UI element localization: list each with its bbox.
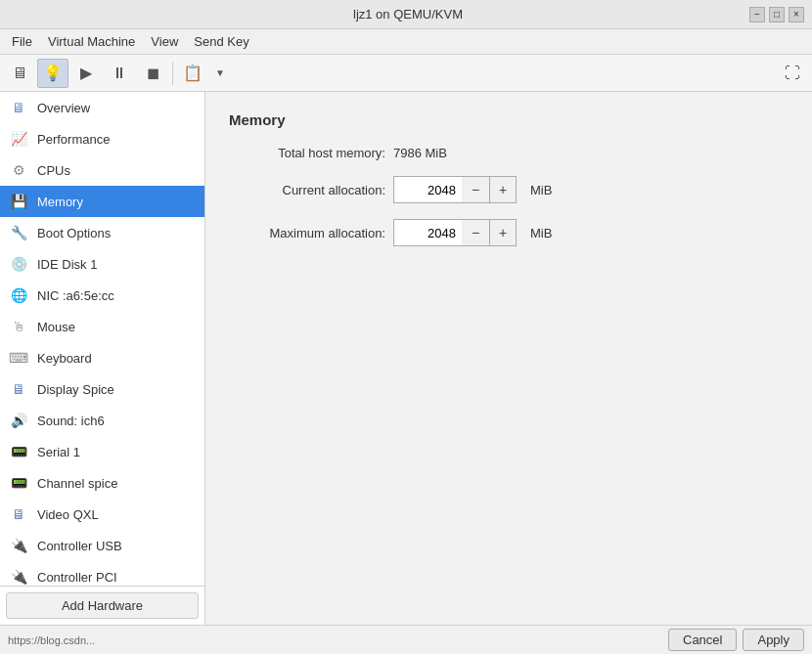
maximum-allocation-input-group: − + xyxy=(393,219,517,246)
total-host-memory-value: 7986 MiB xyxy=(393,146,447,160)
sidebar-item-nic[interactable]: 🌐 NIC :a6:5e:cc xyxy=(0,280,204,311)
sidebar-item-display-spice[interactable]: 🖥 Display Spice xyxy=(0,373,204,405)
sidebar-label-performance: Performance xyxy=(37,132,110,147)
sidebar-label-display-spice: Display Spice xyxy=(37,382,114,397)
maximum-allocation-plus-button[interactable]: + xyxy=(489,219,517,246)
sidebar: 🖥 Overview 📈 Performance ⚙ CPUs 💾 Memory… xyxy=(0,92,205,625)
sidebar-list: 🖥 Overview 📈 Performance ⚙ CPUs 💾 Memory… xyxy=(0,92,204,586)
sidebar-item-video-qxl[interactable]: 🖥 Video QXL xyxy=(0,499,204,530)
console-button[interactable]: 🖥 xyxy=(4,59,35,88)
run-button[interactable]: ▶ xyxy=(70,59,102,88)
nic-icon: 🌐 xyxy=(8,284,29,306)
sidebar-item-serial-1[interactable]: 📟 Serial 1 xyxy=(0,436,204,467)
menu-send-key[interactable]: Send Key xyxy=(186,32,256,51)
mouse-icon: 🖱 xyxy=(8,316,29,337)
sidebar-label-memory: Memory xyxy=(37,195,83,209)
controller-usb-icon: 🔌 xyxy=(8,535,29,556)
sidebar-label-cpus: CPUs xyxy=(37,163,70,178)
toolbar: 🖥 💡 ▶ ⏸ ◼ 📋 ▼ ⛶ xyxy=(0,55,812,92)
menu-view[interactable]: View xyxy=(143,32,186,51)
channel-icon: 📟 xyxy=(8,472,29,494)
statusbar-url: https://blog.csdn... xyxy=(8,634,95,646)
sidebar-item-mouse[interactable]: 🖱 Mouse xyxy=(0,311,204,342)
sidebar-item-controller-pci[interactable]: 🔌 Controller PCI xyxy=(0,561,204,586)
maximum-allocation-label: Maximum allocation: xyxy=(229,226,385,240)
serial-icon: 📟 xyxy=(8,441,29,462)
current-allocation-row: Current allocation: − + MiB xyxy=(229,176,789,203)
details-button[interactable]: 💡 xyxy=(37,59,68,88)
sidebar-item-controller-usb[interactable]: 🔌 Controller USB xyxy=(0,530,204,561)
content-area: Memory Total host memory: 7986 MiB Curre… xyxy=(205,92,812,625)
maximum-allocation-input[interactable] xyxy=(393,219,462,246)
fullscreen-button[interactable]: ⛶ xyxy=(777,59,808,88)
current-allocation-label: Current allocation: xyxy=(229,183,385,197)
sidebar-label-controller-usb: Controller USB xyxy=(37,539,122,553)
sidebar-item-channel-spice[interactable]: 📟 Channel spice xyxy=(0,467,204,499)
current-allocation-unit: MiB xyxy=(530,183,552,197)
apply-button[interactable]: Apply xyxy=(743,629,804,651)
current-allocation-input-group: − + xyxy=(393,176,517,203)
current-allocation-minus-button[interactable]: − xyxy=(462,176,489,203)
content-title: Memory xyxy=(229,111,789,128)
current-allocation-plus-button[interactable]: + xyxy=(489,176,517,203)
sidebar-item-ide-disk-1[interactable]: 💿 IDE Disk 1 xyxy=(0,248,204,280)
controller-pci-icon: 🔌 xyxy=(8,566,29,586)
sidebar-label-video-qxl: Video QXL xyxy=(37,507,99,522)
ide-disk-icon: 💿 xyxy=(8,253,29,275)
snapshot-button[interactable]: 📋 xyxy=(177,59,208,88)
sidebar-item-cpus[interactable]: ⚙ CPUs xyxy=(0,154,204,186)
sidebar-footer: Add Hardware xyxy=(0,586,204,625)
statusbar: https://blog.csdn... Cancel Apply xyxy=(0,625,812,654)
maximum-allocation-unit: MiB xyxy=(530,226,552,240)
main-content: 🖥 Overview 📈 Performance ⚙ CPUs 💾 Memory… xyxy=(0,92,812,625)
total-host-memory-row: Total host memory: 7986 MiB xyxy=(229,146,789,160)
sound-icon: 🔊 xyxy=(8,410,29,431)
display-icon: 🖥 xyxy=(8,378,29,400)
toolbar-separator xyxy=(172,62,173,85)
window-title: ljz1 on QEMU/KVM xyxy=(67,7,749,22)
sidebar-label-controller-pci: Controller PCI xyxy=(37,570,117,585)
add-hardware-button[interactable]: Add Hardware xyxy=(6,592,199,619)
sidebar-label-ide-disk-1: IDE Disk 1 xyxy=(37,257,97,272)
pause-button[interactable]: ⏸ xyxy=(104,59,135,88)
stop-button[interactable]: ◼ xyxy=(137,59,168,88)
cancel-button[interactable]: Cancel xyxy=(668,629,737,651)
performance-icon: 📈 xyxy=(8,128,29,150)
close-button[interactable]: × xyxy=(789,7,804,22)
menubar: File Virtual Machine View Send Key xyxy=(0,29,812,55)
total-host-memory-label: Total host memory: xyxy=(229,146,385,160)
cpus-icon: ⚙ xyxy=(8,159,29,181)
sidebar-label-mouse: Mouse xyxy=(37,320,75,334)
snapshot-dropdown[interactable]: ▼ xyxy=(210,59,230,88)
window-controls: − □ × xyxy=(749,7,804,22)
video-icon: 🖥 xyxy=(8,503,29,525)
sidebar-item-boot-options[interactable]: 🔧 Boot Options xyxy=(0,217,204,248)
sidebar-item-memory[interactable]: 💾 Memory xyxy=(0,186,204,217)
overview-icon: 🖥 xyxy=(8,97,29,118)
maximum-allocation-row: Maximum allocation: − + MiB xyxy=(229,219,789,246)
current-allocation-input[interactable] xyxy=(393,176,462,203)
minimize-button[interactable]: − xyxy=(749,7,765,22)
sidebar-label-nic: NIC :a6:5e:cc xyxy=(37,288,114,303)
menu-file[interactable]: File xyxy=(4,32,40,51)
statusbar-actions: Cancel Apply xyxy=(668,629,804,651)
sidebar-label-sound-ich6: Sound: ich6 xyxy=(37,414,105,428)
sidebar-label-channel-spice: Channel spice xyxy=(37,476,117,491)
sidebar-item-sound-ich6[interactable]: 🔊 Sound: ich6 xyxy=(0,405,204,436)
sidebar-label-keyboard: Keyboard xyxy=(37,351,92,366)
sidebar-label-boot-options: Boot Options xyxy=(37,226,111,240)
sidebar-item-overview[interactable]: 🖥 Overview xyxy=(0,92,204,123)
sidebar-label-overview: Overview xyxy=(37,101,90,115)
sidebar-item-keyboard[interactable]: ⌨ Keyboard xyxy=(0,342,204,373)
boot-icon: 🔧 xyxy=(8,222,29,243)
sidebar-label-serial-1: Serial 1 xyxy=(37,445,80,459)
restore-button[interactable]: □ xyxy=(769,7,785,22)
sidebar-item-performance[interactable]: 📈 Performance xyxy=(0,123,204,154)
memory-icon: 💾 xyxy=(8,191,29,212)
titlebar: ljz1 on QEMU/KVM − □ × xyxy=(0,0,812,29)
maximum-allocation-minus-button[interactable]: − xyxy=(462,219,489,246)
menu-virtual-machine[interactable]: Virtual Machine xyxy=(40,32,143,51)
keyboard-icon: ⌨ xyxy=(8,347,29,369)
